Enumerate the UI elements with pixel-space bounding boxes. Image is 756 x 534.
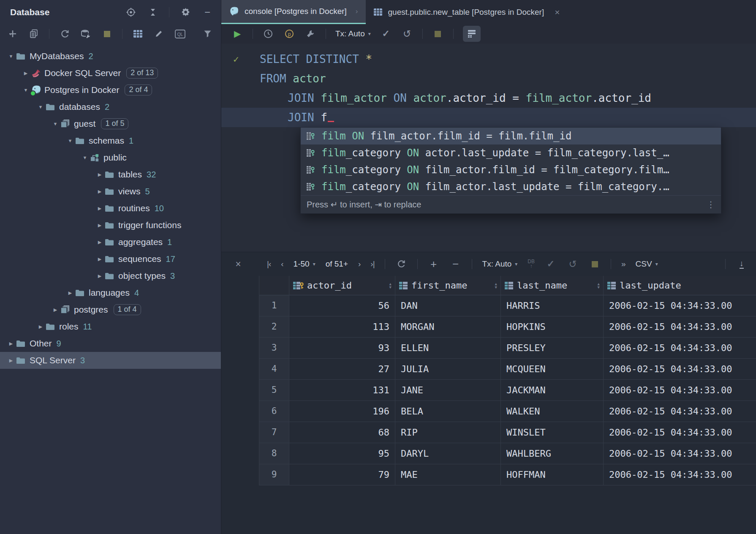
chevron-collapsed-icon[interactable]: ▶ <box>95 240 105 245</box>
cell-first-name[interactable]: DARYL <box>395 443 501 464</box>
cell-last-update[interactable]: 2006-02-15 04:34:33.00 <box>604 295 756 316</box>
tree-item-postgres[interactable]: ▶postgres1 of 4 <box>0 301 221 318</box>
row-number-header[interactable] <box>259 276 289 295</box>
cell-last-name[interactable]: WAHLBERG <box>501 443 604 464</box>
tree-item-schemas[interactable]: ▼schemas1 <box>0 132 221 149</box>
cell-last-update[interactable]: 2006-02-15 04:34:33.00 <box>604 380 756 401</box>
cell-actor-id[interactable]: 68 <box>289 422 395 443</box>
cell-first-name[interactable]: DAN <box>395 295 501 316</box>
cell-last-name[interactable]: HOPKINS <box>501 316 604 338</box>
tree-item-aggregates[interactable]: ▶aggregates1 <box>0 234 221 251</box>
cell-last-update[interactable]: 2006-02-15 04:34:33.00 <box>604 316 756 338</box>
tree-item-docker-sql-server[interactable]: ▶Docker SQL Server2 of 13 <box>0 65 221 82</box>
chevron-collapsed-icon[interactable]: ▶ <box>6 358 16 363</box>
chevron-expanded-icon[interactable]: ▼ <box>80 155 90 160</box>
column-header-last-name[interactable]: last_name▲▼ <box>501 276 604 295</box>
cell-last-update[interactable]: 2006-02-15 04:34:33.00 <box>604 422 756 443</box>
locate-icon[interactable] <box>125 6 137 18</box>
row-number[interactable]: 3 <box>259 338 289 359</box>
sort-arrows-icon[interactable]: ▲▼ <box>389 282 392 289</box>
view-data-icon[interactable] <box>132 28 144 40</box>
previous-page-icon[interactable]: ‹ <box>281 259 283 269</box>
tree-item-databases[interactable]: ▼databases2 <box>0 98 221 115</box>
chevron-collapsed-icon[interactable]: ▶ <box>35 324 46 330</box>
in-editor-results-toggle-icon[interactable] <box>463 26 481 42</box>
column-header-first-name[interactable]: first_name▲▼ <box>395 276 501 295</box>
cell-actor-id[interactable]: 113 <box>289 316 395 338</box>
chevron-expanded-icon[interactable]: ▼ <box>21 87 31 93</box>
chevron-collapsed-icon[interactable]: ▶ <box>6 341 16 346</box>
code-line[interactable]: ✓SELECT DISTINCT * <box>221 49 756 69</box>
commit-icon[interactable]: ✓ <box>545 257 557 271</box>
cell-first-name[interactable]: MORGAN <box>395 316 501 338</box>
stop-icon[interactable] <box>432 27 444 41</box>
tree-item-roles[interactable]: ▶roles11 <box>0 318 221 335</box>
export-format-select[interactable]: CSV ▾ <box>636 259 658 269</box>
stop-icon[interactable] <box>589 258 601 270</box>
column-header-last-update[interactable]: last_update <box>604 276 756 295</box>
row-number[interactable]: 9 <box>259 464 289 485</box>
completion-item[interactable]: film_category ON actor.last_update = fil… <box>301 144 721 161</box>
cell-first-name[interactable]: MAE <box>395 464 501 485</box>
page-range-select[interactable]: 1-50 ▾ <box>294 259 315 269</box>
cell-first-name[interactable]: ELLEN <box>395 338 501 359</box>
tree-item-object-types[interactable]: ▶object types3 <box>0 267 221 284</box>
tx-mode-select[interactable]: Tx: Auto ▾ <box>482 259 518 269</box>
completion-item[interactable]: film_category ON film_actor.film_id = fi… <box>301 161 721 178</box>
cell-last-name[interactable]: HARRIS <box>501 295 604 316</box>
code-line[interactable]: FROM actor <box>221 69 756 88</box>
tree-item-languages[interactable]: ▶languages4 <box>0 284 221 301</box>
run-icon[interactable]: ▶ <box>231 27 243 41</box>
row-number[interactable]: 5 <box>259 380 289 401</box>
sort-arrows-icon[interactable]: ▲▼ <box>495 282 497 289</box>
query-console-icon[interactable]: QL <box>174 28 186 40</box>
chevron-collapsed-icon[interactable]: ▶ <box>95 189 105 194</box>
cell-last-name[interactable]: PRESLEY <box>501 338 604 359</box>
cell-last-name[interactable]: WINSLET <box>501 422 604 443</box>
tab-new-table[interactable]: guest.public.new_table [Postgres in Dock… <box>366 0 568 24</box>
cell-last-name[interactable]: MCQUEEN <box>501 359 604 380</box>
completion-item[interactable]: film_category ON film_actor.last_update … <box>301 178 721 195</box>
row-number[interactable]: 1 <box>259 295 289 316</box>
next-page-icon[interactable]: › <box>358 259 360 269</box>
submit-to-database-icon[interactable]: DB↑ <box>528 259 535 269</box>
cell-actor-id[interactable]: 131 <box>289 380 395 401</box>
filter-icon[interactable] <box>201 28 213 40</box>
chevron-collapsed-icon[interactable]: ▶ <box>95 256 105 262</box>
completion-item[interactable]: film ON film_actor.film_id = film.film_i… <box>301 128 721 144</box>
refresh-icon[interactable] <box>59 28 71 40</box>
cell-actor-id[interactable]: 93 <box>289 338 395 359</box>
edit-pencil-icon[interactable] <box>153 28 165 40</box>
rollback-icon[interactable]: ↺ <box>567 257 579 271</box>
chevron-expanded-icon[interactable]: ▼ <box>65 138 75 143</box>
cell-actor-id[interactable]: 79 <box>289 464 395 485</box>
chevron-collapsed-icon[interactable]: ▶ <box>95 273 105 279</box>
cell-last-name[interactable]: HOFFMAN <box>501 464 604 485</box>
tree-item-public[interactable]: ▼public <box>0 149 221 166</box>
sort-arrows-icon[interactable]: ▲▼ <box>598 282 600 289</box>
collapse-all-icon[interactable] <box>147 6 159 18</box>
cell-last-name[interactable]: JACKMAN <box>501 380 604 401</box>
tree-item-guest[interactable]: ▼guest1 of 5 <box>0 115 221 132</box>
last-page-icon[interactable]: ›| <box>370 259 374 269</box>
tree-item-trigger-functions[interactable]: ▶trigger functions <box>0 217 221 234</box>
add-row-icon[interactable]: + <box>428 258 440 270</box>
delete-row-icon[interactable]: − <box>450 258 462 270</box>
cell-first-name[interactable]: RIP <box>395 422 501 443</box>
kebab-menu-icon[interactable]: ⋮ <box>707 199 715 210</box>
code-line[interactable]: JOIN f <box>221 108 756 127</box>
cell-last-update[interactable]: 2006-02-15 04:34:33.00 <box>604 401 756 422</box>
close-icon[interactable]: × <box>555 7 560 17</box>
add-datasource-icon[interactable] <box>7 28 19 40</box>
tree-item-sql-server[interactable]: ▶SQL Server3 <box>0 352 221 369</box>
tab-console[interactable]: console [Postgres in Docker] › <box>221 0 366 24</box>
rollback-icon[interactable]: ↺ <box>401 27 413 41</box>
chevron-collapsed-icon[interactable]: ▶ <box>95 206 105 211</box>
row-number[interactable]: 7 <box>259 422 289 443</box>
cell-actor-id[interactable]: 27 <box>289 359 395 380</box>
tree-item-sequences[interactable]: ▶sequences17 <box>0 251 221 267</box>
postgres-session-icon[interactable]: p <box>283 27 295 41</box>
row-number[interactable]: 6 <box>259 401 289 422</box>
cell-actor-id[interactable]: 56 <box>289 295 395 316</box>
duplicate-icon[interactable] <box>28 28 40 40</box>
